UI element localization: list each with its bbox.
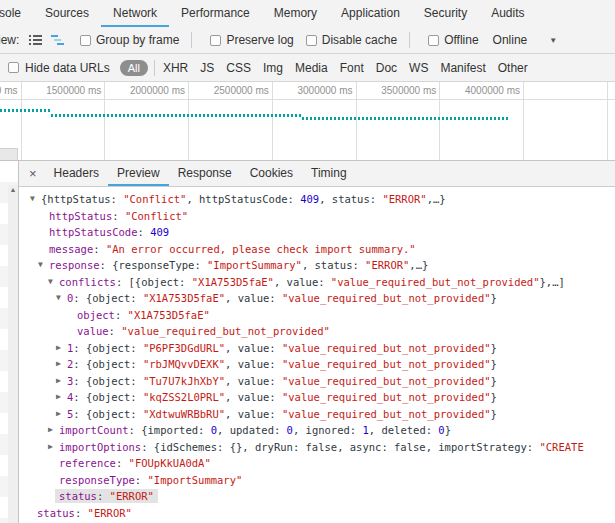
disclosure-triangle-icon[interactable]: ▼ <box>38 257 43 274</box>
preserve-log-checkbox[interactable] <box>210 35 221 46</box>
disclosure-triangle-icon[interactable]: ▼ <box>48 274 53 291</box>
disclosure-triangle-icon[interactable]: ▶ <box>56 340 61 357</box>
disclosure-triangle-icon[interactable]: ▶ <box>56 389 61 406</box>
tree-row-conflicts[interactable]: ▼conflicts: [{object: "X1A753D5faE", val… <box>19 274 615 291</box>
json-punctuation: , value: <box>225 391 282 403</box>
detail-tab-timing[interactable]: Timing <box>302 161 356 186</box>
filter-type-img[interactable]: Img <box>257 61 289 75</box>
disclosure-triangle-icon[interactable]: ▶ <box>56 406 61 423</box>
json-punctuation: : {imported: <box>129 424 211 436</box>
hide-data-urls-label: Hide data URLs <box>25 61 110 75</box>
tab-sole[interactable]: sole <box>0 0 33 27</box>
chevron-down-icon[interactable]: ▼ <box>549 36 557 45</box>
json-punctuation: } <box>491 342 497 354</box>
json-punctuation: , updated: <box>217 424 287 436</box>
waterfall-view-icon[interactable] <box>46 31 68 49</box>
tree-row-status-selected[interactable]: status: "ERROR" <box>19 488 615 505</box>
detail-tab-preview[interactable]: Preview <box>108 161 169 186</box>
json-string: "value_required_but_not_provided" <box>331 276 540 288</box>
filter-separator <box>154 60 155 76</box>
json-key: conflicts <box>59 276 116 288</box>
timeline-tick-label: 0 ms <box>0 85 18 96</box>
disclosure-triangle-icon[interactable]: ▼ <box>30 191 35 208</box>
filter-type-ws[interactable]: WS <box>403 61 434 75</box>
tab-performance[interactable]: Performance <box>169 0 262 27</box>
requests-list-strip[interactable]: ▲ <box>0 161 19 523</box>
tab-network[interactable]: Network <box>101 0 169 27</box>
tree-row-httpStatus[interactable]: httpStatus: "Conflict" <box>19 208 615 225</box>
hide-data-urls-checkbox[interactable] <box>8 62 19 73</box>
filter-type-css[interactable]: CSS <box>220 61 257 75</box>
close-icon[interactable]: × <box>19 161 45 186</box>
disclosure-triangle-icon[interactable]: ▼ <box>56 290 61 307</box>
tree-row-object[interactable]: object: "X1A753D5faE" <box>19 307 615 324</box>
tab-memory[interactable]: Memory <box>262 0 329 27</box>
tree-row-0[interactable]: ▼0: {object: "X1A753D5faE", value: "valu… <box>19 290 615 307</box>
json-punctuation: ,…} <box>427 193 446 205</box>
tree-row-root[interactable]: ▼{httpStatus: "Conflict", httpStatusCode… <box>19 191 615 208</box>
tab-security[interactable]: Security <box>412 0 479 27</box>
disclosure-triangle-icon[interactable]: ▶ <box>56 373 61 390</box>
tree-row-reference[interactable]: reference: "FOUpKkUA0dA" <box>19 455 615 472</box>
detail-tab-headers[interactable]: Headers <box>45 161 108 186</box>
disclosure-triangle-icon[interactable]: ▶ <box>48 439 53 456</box>
filter-all-pill[interactable]: All <box>120 60 148 76</box>
filter-type-js[interactable]: JS <box>194 61 220 75</box>
timeline-gridline <box>356 82 357 160</box>
tree-row-httpStatusCode[interactable]: httpStatusCode: 409 <box>19 224 615 241</box>
json-punctuation: , status: <box>302 259 365 271</box>
disable-cache-checkbox[interactable] <box>306 35 317 46</box>
tree-row-importCount[interactable]: ▶importCount: {imported: 0, updated: 0, … <box>19 422 615 439</box>
filter-type-media[interactable]: Media <box>289 61 334 75</box>
timeline-tick-label: 1500000 ms <box>46 85 101 96</box>
tree-row-value[interactable]: value: "value_required_but_not_provided" <box>19 323 615 340</box>
json-string: "rbJMQvvDEXK" <box>143 358 225 370</box>
json-punctuation: : {responseType: <box>100 259 207 271</box>
filter-type-font[interactable]: Font <box>334 61 370 75</box>
requests-scrollbar[interactable]: ▲ <box>8 185 18 523</box>
tree-row-importOptions[interactable]: ▶importOptions: {idSchemes: {}, dryRun: … <box>19 439 615 456</box>
tree-row-message[interactable]: message: "An error occurred, please chec… <box>19 241 615 258</box>
devtools-window: soleSourcesNetworkPerformanceMemoryAppli… <box>0 0 615 523</box>
tree-row-response[interactable]: ▼response: {responseType: "ImportSummary… <box>19 257 615 274</box>
json-string: "value_required_but_not_provided" <box>282 358 491 370</box>
json-punctuation: , value: <box>225 342 282 354</box>
filter-type-xhr[interactable]: XHR <box>157 61 194 75</box>
tab-sources[interactable]: Sources <box>33 0 101 27</box>
offline-checkbox[interactable] <box>428 35 439 46</box>
tree-row-3[interactable]: ▶3: {object: "Tu7U7kJhXbY", value: "valu… <box>19 373 615 390</box>
detail-tab-cookies[interactable]: Cookies <box>241 161 302 186</box>
tree-row-responseType[interactable]: responseType: "ImportSummary" <box>19 472 615 489</box>
detail-tab-response[interactable]: Response <box>169 161 241 186</box>
json-string: "ERROR" <box>110 490 154 502</box>
throttling-select[interactable]: Online <box>493 33 528 47</box>
tree-row-status[interactable]: status: "ERROR" <box>19 505 615 522</box>
tree-row-2[interactable]: ▶2: {object: "rbJMQvvDEXK", value: "valu… <box>19 356 615 373</box>
preview-json-tree: ▼{httpStatus: "Conflict", httpStatusCode… <box>19 187 615 523</box>
json-string: "value_required_but_not_provided" <box>282 342 491 354</box>
tree-row-1[interactable]: ▶1: {object: "P6PF3DGdURL", value: "valu… <box>19 340 615 357</box>
tree-row-4[interactable]: ▶4: {object: "kqZSS2L0PRL", value: "valu… <box>19 389 615 406</box>
detail-tabbar: × HeadersPreviewResponseCookiesTiming <box>19 161 615 187</box>
json-punctuation: } <box>445 424 451 436</box>
filter-type-doc[interactable]: Doc <box>370 61 403 75</box>
scroll-up-icon[interactable]: ▲ <box>8 185 18 195</box>
json-string: "value_required_but_not_provided" <box>282 292 491 304</box>
list-view-icon[interactable] <box>24 31 46 49</box>
json-punctuation: } <box>491 375 497 387</box>
tree-row-5[interactable]: ▶5: {object: "XdtwuWRBbRU", value: "valu… <box>19 406 615 423</box>
preserve-log-label: Preserve log <box>226 33 293 47</box>
json-punctuation: : <box>116 457 129 469</box>
timeline-tick-label: 4000000 ms <box>465 85 520 96</box>
json-punctuation: : {object: <box>73 391 143 403</box>
json-string: "ERROR" <box>88 507 132 519</box>
tab-application[interactable]: Application <box>329 0 412 27</box>
disclosure-triangle-icon[interactable]: ▶ <box>48 422 53 439</box>
toolbar-separator <box>409 32 410 48</box>
filter-type-other[interactable]: Other <box>492 61 534 75</box>
tab-audits[interactable]: Audits <box>479 0 536 27</box>
timeline-overview[interactable]: 0 ms1500000 ms2000000 ms2500000 ms300000… <box>0 82 615 160</box>
group-by-frame-checkbox[interactable] <box>80 35 91 46</box>
filter-type-manifest[interactable]: Manifest <box>434 61 491 75</box>
disclosure-triangle-icon[interactable]: ▶ <box>56 356 61 373</box>
